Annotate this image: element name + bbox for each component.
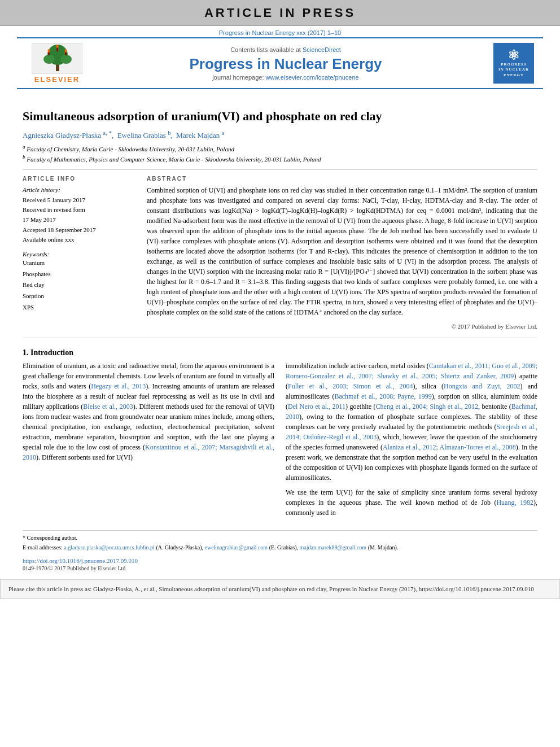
kw-uranium: Uranium [23,257,135,269]
sciencedirect-line: Contents lists available at ScienceDirec… [88,46,483,53]
author-2: Ewelina Grabias b [117,131,171,139]
ref-fuller[interactable]: Fuller et al., 2003; Simon et al., 2004 [288,382,413,390]
footnote-area: * Corresponding author. E-mail addresses… [23,530,537,552]
banner-text: ARTICLE IN PRESS [204,6,356,20]
accepted-date: Accepted 18 September 2017 [23,225,135,235]
email-gladysz[interactable]: a.gladysz.plaska@poczta.umcs.lublin.pl [64,544,155,551]
kw-phosphates: Phosphates [23,269,135,280]
intro-para-right-1: immobilization include active carbon, me… [286,361,537,483]
ref-konstantinou[interactable]: Konstantinou et al., 2007; Marsagishvili… [23,443,274,461]
ref-cheng[interactable]: Cheng et al., 2004; Singh et al., 2012 [376,403,479,410]
citation-text: Please cite this article in press as: Gł… [8,586,534,592]
article-info-header: ARTICLE INFO [23,176,135,182]
ref-camtakan[interactable]: Camtakan et al., 2011; Guo et al., 2009;… [286,362,537,380]
copyright: © 2017 Published by Elsevier Ltd. [147,323,537,330]
citation-box: Please cite this article in press as: Gł… [0,579,560,599]
intro-col-right: immobilization include active carbon, me… [286,361,537,522]
intro-para-left-1: Elimination of uranium, as a toxic and r… [23,361,274,462]
email-label: E-mail addresses: [23,544,63,551]
history-label: Article history: [23,185,135,195]
author-3: Marek Majdan a [176,131,224,139]
journal-title-area: Contents lists available at ScienceDirec… [88,46,483,81]
ref-hegazy[interactable]: Hegazy et al., 2013 [91,382,146,390]
ref-sreejesh[interactable]: Sreejesh et al., 2014; Ordoñez-Regil et … [286,423,537,441]
pne-logo-area: ⚛ PROGRESSIN NUCLEARENERGY [483,43,534,84]
pne-logo-text: PROGRESSIN NUCLEARENERGY [498,62,529,77]
revised-label: Received in revised form [23,205,135,215]
homepage-link[interactable]: www.elsevier.com/locate/pnucene [266,74,359,81]
ref-bleise[interactable]: Bleise et al., 2003 [83,403,133,410]
journal-homepage: journal homepage: www.elsevier.com/locat… [88,74,483,81]
article-history: Article history: Received 5 January 2017… [23,185,135,245]
ref-hongxia[interactable]: Hongxia and Zuyi, 2002 [444,382,520,390]
abstract-column: ABSTRACT Combined sorption of U(VI) and … [147,176,537,330]
svg-point-4 [60,55,72,64]
article-title: Simultaneous adsorption of uranium(VI) a… [23,108,537,125]
doi-link[interactable]: https://doi.org/10.1016/j.pnucene.2017.0… [23,557,138,564]
affiliation-b: b Faculty of Mathematics, Physics and Co… [23,154,537,164]
kw-xps: XPS [23,302,135,313]
body-content: 1. Introduction Elimination of uranium, … [23,348,537,522]
kw-red-clay: Red clay [23,279,135,291]
journal-info-line: Progress in Nuclear Energy xxx (2017) 1–… [0,26,560,37]
journal-cite: Progress in Nuclear Energy xxx (2017) 1–… [219,29,341,36]
ref-delnero[interactable]: Del Nero et al., 2011 [288,403,345,410]
main-content: Simultaneous adsorption of uranium(VI) a… [0,89,560,571]
received-date: Received 5 January 2017 [23,195,135,206]
svg-point-10 [56,45,59,48]
affiliation-a: a Faculty of Chemistry, Maria Curie - Sk… [23,143,537,154]
atom-icon: ⚛ [508,49,520,62]
journal-name: Progress in Nuclear Energy [88,55,483,73]
intro-col-left: Elimination of uranium, as a toxic and r… [23,361,274,522]
journal-header: ELSEVIER Contents lists available at Sci… [17,37,543,89]
email-grabias[interactable]: ewelinagrabias@gmail.com [204,544,268,551]
keywords-label: Keywords: [23,251,135,257]
authors-line: Agnieszka Gładysz-Płaska a, *, Ewelina G… [23,129,537,140]
elsevier-wordmark: ELSEVIER [34,75,80,84]
article-info-column: ARTICLE INFO Article history: Received 5… [23,176,135,330]
author-1: Agnieszka Gładysz-Płaska a, * [23,131,112,139]
elsevier-logo-area: ELSEVIER [26,43,88,84]
ref-alaniza[interactable]: Alaniza et al., 2012; Almazan-Torres et … [383,443,516,451]
svg-point-8 [65,49,67,53]
elsevier-tree-logo [32,43,82,74]
svg-point-3 [43,55,55,64]
svg-point-6 [48,49,50,53]
revised-date: 17 May 2017 [23,215,135,225]
doi-line: https://doi.org/10.1016/j.pnucene.2017.0… [23,557,537,564]
intro-title: 1. Introduction [23,348,537,357]
issn-line: 0149-1970/© 2017 Published by Elsevier L… [23,565,537,571]
ref-bachmaf[interactable]: Bachmaf et al., 2008; Payne, 1999 [334,392,431,400]
intro-two-col: Elimination of uranium, as a toxic and r… [23,361,537,522]
info-abstract-section: ARTICLE INFO Article history: Received 5… [23,176,537,330]
divider-2 [23,338,537,338]
affiliations: a Faculty of Chemistry, Maria Curie - Sk… [23,143,537,164]
abstract-header: ABSTRACT [147,176,537,182]
available-online: Available online xxx [23,235,135,245]
article-in-press-banner: ARTICLE IN PRESS [0,0,560,26]
corresponding-author-note: * Corresponding author. [23,534,537,542]
ref-huang[interactable]: Huang, 1982 [496,499,533,506]
keywords-block: Keywords: Uranium Phosphates Red clay So… [23,251,135,313]
divider-1 [23,169,537,170]
email-majdan[interactable]: majdan.marek88@gmail.com [300,544,367,551]
pne-logo: ⚛ PROGRESSIN NUCLEARENERGY [493,43,534,84]
kw-sorption: Sorption [23,291,135,302]
keywords-list: Uranium Phosphates Red clay Sorption XPS [23,257,135,313]
email-line: E-mail addresses: a.gladysz.plaska@poczt… [23,544,537,552]
sciencedirect-link[interactable]: ScienceDirect [303,46,341,53]
intro-para-right-2: We use the term U(VI) for the sake of si… [286,487,537,518]
abstract-text: Combined sorption of U(VI) and phosphate… [147,185,537,317]
